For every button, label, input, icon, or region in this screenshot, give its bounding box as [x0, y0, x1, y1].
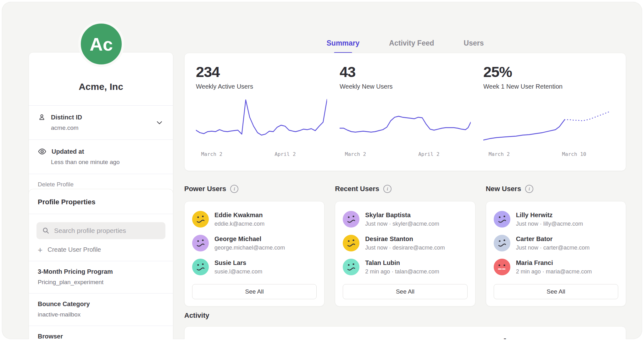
property-name: Browser	[38, 333, 164, 339]
user-detail: Just now · carter@acme.com	[516, 243, 590, 251]
property-value: inactive-mailbox	[38, 308, 164, 318]
activity-card: 234 240 3.4k	[184, 326, 626, 339]
stat-label: Week 1 New User Retention	[483, 83, 614, 90]
property-row[interactable]: 3-Month Pricing Program Pricing_plan_exp…	[29, 261, 173, 293]
new-users-section: New Users i Lilly Herwitz Just now · lil…	[486, 184, 626, 306]
property-row[interactable]: Browser Chrome	[29, 326, 173, 339]
user-row[interactable]: Maria Franci 2 min ago · maria@acme.com	[494, 259, 618, 275]
stat-value: 43	[340, 63, 471, 80]
user-name: Skylar Baptista	[365, 211, 439, 219]
updated-at-value: Less than one minute ago	[51, 156, 164, 166]
plus-icon: +	[38, 247, 42, 253]
updated-at-label: Updated at	[52, 148, 84, 155]
info-icon[interactable]: i	[230, 185, 238, 193]
updated-at-row: Updated at Less than one minute ago	[29, 140, 173, 174]
stat-value: 25%	[483, 63, 614, 80]
property-value: Pricing_plan_experiment	[38, 275, 164, 286]
user-detail: susie.l@acme.com	[214, 267, 262, 275]
x-axis: March 2 April 2	[340, 151, 471, 159]
user-name: Eddie Kwakman	[214, 211, 264, 219]
profile-properties-card: Profile Properties + Create User Profile…	[29, 189, 173, 339]
activity-stat: 3.4k	[483, 335, 614, 339]
tab-bar: Summary Activity Feed Users	[184, 37, 626, 54]
distinct-id-row[interactable]: Distinct ID acme.com	[29, 105, 173, 140]
avatar	[192, 211, 209, 228]
distinct-id-label: Distinct ID	[51, 114, 82, 121]
info-icon[interactable]: i	[525, 185, 533, 193]
avatar	[343, 235, 359, 251]
user-detail: Just now · skyler@acme.com	[365, 219, 439, 227]
user-row[interactable]: Skylar Baptista Just now · skyler@acme.c…	[343, 211, 467, 228]
axis-tick: April 2	[275, 151, 296, 157]
tab-users[interactable]: Users	[463, 37, 485, 54]
axis-tick: March 10	[562, 151, 586, 157]
week1-retention-sparkline	[483, 98, 614, 148]
weekly-new-users-sparkline	[340, 98, 471, 148]
user-name: Desirae Stanton	[365, 235, 445, 243]
axis-tick: March 2	[201, 151, 222, 157]
user-row[interactable]: Lilly Herwitz Just now · lilly@acme.com	[494, 211, 618, 228]
user-detail: eddie.k@acme.com	[214, 219, 264, 227]
chevron-down-icon[interactable]	[155, 120, 164, 126]
user-row[interactable]: Susie Lars susie.l@acme.com	[192, 259, 317, 275]
user-row[interactable]: Eddie Kwakman eddie.k@acme.com	[192, 211, 317, 228]
recent-users-section: Recent Users i Skylar Baptista Just now …	[335, 184, 475, 306]
company-summary-card: Acme, Inc Distinct ID acme.com	[29, 52, 173, 195]
user-detail: Just now · desirare@acme.com	[365, 243, 445, 251]
user-row[interactable]: George Michael george.michael@acme.com	[192, 235, 317, 251]
user-detail: 2 min ago · maria@acme.com	[516, 267, 592, 275]
company-avatar-initials: Ac	[90, 34, 113, 55]
new-users-card: Lilly Herwitz Just now · lilly@acme.com …	[486, 201, 626, 306]
see-all-button[interactable]: See All	[494, 284, 618, 299]
recent-users-title: Recent Users	[335, 185, 379, 193]
new-users-title: New Users	[486, 185, 521, 193]
activity-stat: 240	[340, 335, 471, 339]
user-name: Lilly Herwitz	[516, 211, 583, 219]
stat-week1-retention: 25% Week 1 New User Retention March 2 Ma…	[483, 63, 614, 163]
user-row[interactable]: Talan Lubin 2 min ago · talan@acme.com	[343, 259, 467, 275]
profile-properties-search[interactable]	[36, 222, 165, 239]
avatar	[494, 259, 510, 275]
stat-weekly-new-users: 43 Weekly New Users March 2 April 2	[340, 63, 471, 163]
profile-properties-title: Profile Properties	[29, 189, 173, 214]
see-all-button[interactable]: See All	[192, 284, 317, 299]
user-name: George Michael	[214, 235, 285, 243]
activity-title: Activity	[184, 311, 209, 320]
stat-weekly-active-users: 234 Weekly Active Users March 2 April 2	[196, 63, 327, 163]
tab-activity-feed[interactable]: Activity Feed	[388, 37, 435, 54]
user-name: Maria Franci	[516, 259, 592, 267]
search-icon	[42, 227, 50, 234]
tab-activity-feed-label: Activity Feed	[389, 39, 434, 47]
stat-value: 234	[196, 63, 327, 80]
info-icon[interactable]: i	[383, 185, 391, 193]
power-users-card: Eddie Kwakman eddie.k@acme.com George Mi…	[184, 201, 325, 306]
summary-stats-card: 234 Weekly Active Users March 2 April 2 …	[184, 53, 626, 171]
user-detail: Just now · lilly@acme.com	[516, 219, 583, 227]
tab-summary-label: Summary	[327, 39, 360, 47]
user-lists: Power Users i Eddie Kwakman eddie.k@acme…	[184, 184, 626, 306]
avatar	[343, 259, 359, 275]
x-axis: March 2 March 10	[483, 151, 614, 159]
weekly-active-users-sparkline	[196, 98, 327, 148]
see-all-button[interactable]: See All	[343, 284, 467, 299]
user-row[interactable]: Desirae Stanton Just now · desirare@acme…	[343, 235, 467, 251]
person-icon	[38, 113, 46, 121]
axis-tick: April 2	[418, 151, 439, 157]
user-name: Susie Lars	[214, 259, 262, 267]
create-user-profile-button[interactable]: + Create User Profile	[38, 246, 164, 253]
user-detail: 2 min ago · talan@acme.com	[365, 267, 439, 275]
user-detail: george.michael@acme.com	[214, 243, 285, 251]
tab-summary[interactable]: Summary	[325, 37, 361, 54]
avatar	[494, 211, 510, 228]
recent-users-card: Skylar Baptista Just now · skyler@acme.c…	[335, 201, 475, 306]
distinct-id-value: acme.com	[51, 121, 164, 131]
activity-stat: 234	[196, 335, 327, 339]
search-input[interactable]	[54, 227, 160, 234]
power-users-title: Power Users	[184, 185, 226, 193]
axis-tick: March 2	[345, 151, 366, 157]
property-name: 3-Month Pricing Program	[38, 268, 164, 275]
property-row[interactable]: Bounce Category inactive-mailbox	[29, 293, 173, 326]
user-row[interactable]: Carter Bator Just now · carter@acme.com	[494, 235, 618, 251]
property-name: Bounce Category	[38, 300, 164, 308]
x-axis: March 2 April 2	[196, 151, 327, 159]
